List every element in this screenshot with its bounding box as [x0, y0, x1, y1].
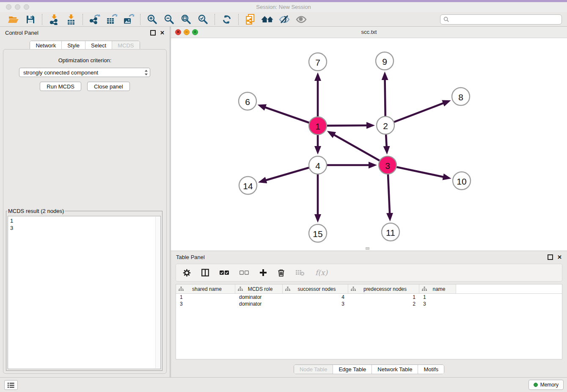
control-panel-title: Control Panel [5, 30, 150, 36]
cell-MCDS-role[interactable]: dominator [235, 301, 283, 307]
node-table: shared nameMCDS rolesuccessor nodesprede… [176, 284, 562, 359]
graph-node-10[interactable]: 10 [453, 172, 471, 190]
show-all-networks-button[interactable] [259, 13, 276, 26]
column-header-label: predecessor nodes [357, 286, 419, 292]
column-header-successor-nodes[interactable]: successor nodes [283, 284, 348, 293]
cell-successor-nodes[interactable]: 3 [283, 301, 348, 307]
graph-edge-3-1[interactable] [334, 135, 380, 161]
cell-name[interactable]: 3 [419, 301, 456, 307]
apply-layout-button[interactable] [218, 13, 235, 26]
task-history-button[interactable] [4, 380, 18, 390]
cell-predecessor-nodes[interactable]: 1 [348, 294, 419, 300]
function-builder-button[interactable]: f(x) [315, 268, 328, 277]
table-tab-edge-table[interactable]: Edge Table [333, 365, 372, 374]
canvas-splitter-handle[interactable] [366, 247, 369, 250]
graph-node-15[interactable]: 15 [309, 224, 327, 242]
open-file-button[interactable] [5, 13, 22, 26]
cell-predecessor-nodes[interactable]: 2 [348, 301, 419, 307]
close-panel-button[interactable]: Close panel [87, 82, 130, 91]
open-folder-icon [8, 14, 19, 25]
close-table-panel-icon[interactable]: ✕ [557, 254, 562, 260]
add-row-button[interactable] [259, 269, 267, 276]
graph-edge-3-10[interactable] [396, 167, 443, 177]
column-header-shared-name[interactable]: shared name [176, 284, 235, 293]
float-panel-icon[interactable] [150, 30, 156, 36]
graph-node-1[interactable]: 1 [309, 117, 327, 135]
table-panel: Table Panel ✕ [171, 251, 567, 377]
import-network-button[interactable] [46, 13, 63, 26]
optimization-criterion-label: Optimization criterion: [3, 57, 166, 63]
result-scrollbar[interactable] [155, 217, 160, 368]
zoom-fit-icon [181, 14, 192, 25]
table-tab-network-table[interactable]: Network Table [372, 365, 418, 374]
graph-node-8[interactable]: 8 [452, 88, 470, 105]
graph-node-4[interactable]: 4 [309, 156, 327, 174]
cell-MCDS-role[interactable]: dominator [235, 294, 283, 300]
column-header-predecessor-nodes[interactable]: predecessor nodes [348, 284, 419, 293]
cell-name[interactable]: 1 [419, 294, 456, 300]
graph-edge-1-2[interactable] [326, 125, 367, 126]
zoom-in-button[interactable] [144, 13, 161, 26]
export-image-button[interactable] [120, 13, 137, 26]
graph-node-2[interactable]: 2 [377, 116, 394, 134]
save-icon [25, 14, 36, 25]
run-mcds-button[interactable]: Run MCDS [40, 82, 81, 91]
memory-button[interactable]: Memory [528, 380, 564, 390]
duplicate-network-button[interactable] [242, 13, 259, 26]
graph-edge-4-14[interactable] [266, 167, 310, 180]
graph-node-6[interactable]: 6 [239, 92, 256, 110]
criterion-dropdown[interactable]: strongly connected component [19, 68, 150, 77]
column-visibility-button[interactable] [201, 269, 209, 276]
tab-network[interactable]: Network [30, 41, 61, 50]
graph-edge-2-9[interactable] [385, 80, 385, 117]
import-table-button[interactable] [63, 13, 80, 26]
delete-row-button[interactable] [278, 269, 285, 277]
delete-table-button[interactable] [295, 269, 305, 276]
graph-node-3[interactable]: 3 [379, 156, 396, 174]
network-canvas[interactable]: 1234678910111415 [171, 38, 567, 251]
zoom-selected-button[interactable] [195, 13, 212, 26]
tab-mcds[interactable]: MCDS [112, 41, 139, 50]
save-session-button[interactable] [22, 13, 39, 26]
float-table-panel-icon[interactable] [548, 254, 553, 260]
tab-style[interactable]: Style [61, 41, 85, 50]
cell-shared-name[interactable]: 3 [176, 301, 235, 307]
mcds-result-area[interactable]: 1 3 [8, 216, 161, 369]
search-field[interactable] [440, 14, 562, 25]
column-header-name[interactable]: name [419, 284, 456, 293]
table-options-button[interactable] [183, 269, 191, 277]
table-tab-motifs[interactable]: Motifs [418, 365, 444, 374]
cell-successor-nodes[interactable]: 4 [283, 294, 348, 300]
deselect-all-button[interactable] [239, 270, 249, 275]
zoom-out-button[interactable] [161, 13, 178, 26]
graph-edge-3-11[interactable] [388, 173, 390, 213]
control-panel-header: Control Panel ✕ [0, 27, 170, 39]
graph-node-9[interactable]: 9 [376, 52, 394, 70]
select-all-button[interactable] [220, 270, 229, 275]
hide-selected-button[interactable] [276, 13, 293, 26]
close-panel-icon[interactable]: ✕ [160, 30, 165, 36]
column-header-label: name [428, 286, 456, 292]
tab-select[interactable]: Select [85, 41, 112, 50]
graph-edge-2-3[interactable] [386, 133, 387, 146]
table-row[interactable]: 3dominator323 [176, 301, 562, 307]
graph-node-label: 1 [315, 121, 320, 131]
criterion-value: strongly connected component [23, 69, 144, 76]
table-tab-node-table[interactable]: Node Table [294, 365, 333, 374]
graph-edge-1-6[interactable] [265, 108, 311, 123]
graph-node-14[interactable]: 14 [239, 177, 257, 194]
application-window: Session: New Session [0, 0, 567, 392]
cell-shared-name[interactable]: 1 [176, 294, 235, 300]
export-network-button[interactable] [86, 13, 103, 26]
graph-node-7[interactable]: 7 [309, 53, 327, 71]
graph-node-label: 6 [245, 97, 250, 107]
search-input[interactable] [451, 16, 559, 23]
graph-node-label: 4 [315, 161, 320, 171]
graph-node-11[interactable]: 11 [382, 223, 399, 241]
table-row[interactable]: 1dominator411 [176, 294, 562, 301]
graph-edge-2-8[interactable] [393, 103, 443, 123]
export-table-button[interactable] [103, 13, 120, 26]
show-hidden-button[interactable] [293, 13, 310, 26]
column-header-MCDS-role[interactable]: MCDS role [235, 284, 283, 293]
zoom-fit-button[interactable] [178, 13, 195, 26]
